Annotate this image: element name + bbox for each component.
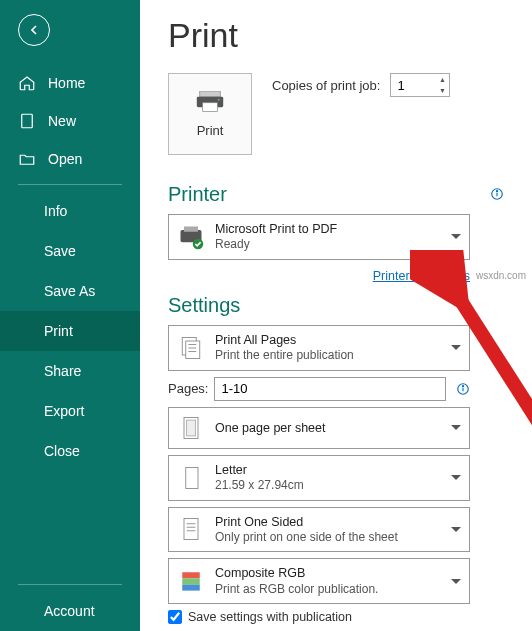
svg-rect-26 [182, 573, 200, 579]
sided-title: Print One Sided [215, 514, 435, 530]
sided-selector[interactable]: Print One Sided Only print on one side o… [168, 507, 470, 553]
rgb-color-icon [177, 567, 205, 595]
color-sub: Print as RGB color publication. [215, 582, 435, 598]
color-title: Composite RGB [215, 565, 435, 581]
open-folder-icon [18, 150, 36, 168]
paper-icon [177, 464, 205, 492]
new-icon [18, 112, 36, 130]
printer-name: Microsoft Print to PDF [215, 221, 435, 237]
svg-rect-12 [186, 341, 200, 359]
nav-export[interactable]: Export [0, 391, 140, 431]
nav-open[interactable]: Open [0, 140, 140, 178]
print-controls-row: Print Copies of print job: ▲ ▼ [168, 73, 504, 155]
printer-selector[interactable]: Microsoft Print to PDF Ready [168, 214, 470, 260]
pages-range-input[interactable] [214, 377, 446, 401]
nav-save[interactable]: Save [0, 231, 140, 271]
svg-rect-3 [203, 102, 218, 111]
svg-rect-9 [184, 226, 198, 231]
sidebar-divider [18, 184, 122, 185]
nav-info[interactable]: Info [0, 191, 140, 231]
copies-spin-down[interactable]: ▼ [435, 85, 449, 96]
save-settings-checkbox[interactable] [168, 610, 182, 624]
chevron-down-icon [451, 425, 461, 430]
per-sheet-title: One page per sheet [215, 420, 435, 436]
back-arrow-icon [26, 22, 42, 38]
main-panel: Print Print Copies of print job: ▲ ▼ Pri… [140, 0, 532, 631]
svg-rect-0 [22, 114, 33, 128]
nav-home-label: Home [48, 75, 85, 91]
sidebar-divider-bottom [18, 584, 122, 585]
backstage-sidebar: Home New Open Info Save Save As Print Sh… [0, 0, 140, 631]
svg-point-4 [218, 98, 220, 100]
single-page-icon [177, 414, 205, 442]
svg-point-7 [496, 190, 497, 191]
nav-saveas[interactable]: Save As [0, 271, 140, 311]
pages-stack-icon [177, 334, 205, 362]
nav-close[interactable]: Close [0, 431, 140, 471]
nav-home[interactable]: Home [0, 64, 140, 102]
paper-size-selector[interactable]: Letter 21.59 x 27.94cm [168, 455, 470, 501]
printer-info-icon[interactable] [490, 187, 504, 201]
nav-open-label: Open [48, 151, 82, 167]
save-settings-label: Save settings with publication [188, 610, 352, 624]
nav-account[interactable]: Account [0, 591, 140, 631]
color-selector[interactable]: Composite RGB Print as RGB color publica… [168, 558, 470, 604]
sided-sub: Only print on one side of the sheet [215, 530, 435, 546]
svg-point-18 [462, 385, 463, 386]
chevron-down-icon [451, 527, 461, 532]
chevron-down-icon [451, 345, 461, 350]
paper-sub: 21.59 x 27.94cm [215, 478, 435, 494]
printer-section-title: Printer [168, 183, 227, 206]
settings-section-title: Settings [168, 294, 504, 317]
nav-print[interactable]: Print [0, 311, 140, 351]
home-icon [18, 74, 36, 92]
svg-rect-20 [187, 420, 196, 436]
svg-rect-22 [184, 519, 198, 540]
nav-new[interactable]: New [0, 102, 140, 140]
pages-info-icon[interactable] [456, 382, 470, 396]
chevron-down-icon [451, 475, 461, 480]
nav-share[interactable]: Share [0, 351, 140, 391]
printer-properties-link[interactable]: Printer Properties [373, 269, 470, 283]
paper-title: Letter [215, 462, 435, 478]
print-pages-selector[interactable]: Print All Pages Print the entire publica… [168, 325, 470, 371]
svg-rect-21 [186, 467, 198, 488]
print-button[interactable]: Print [168, 73, 252, 155]
svg-rect-27 [182, 579, 200, 585]
chevron-down-icon [451, 579, 461, 584]
back-button[interactable] [18, 14, 50, 46]
printer-status: Ready [215, 237, 435, 253]
printer-ready-icon [177, 223, 205, 251]
copies-control: Copies of print job: ▲ ▼ [272, 73, 450, 97]
print-pages-title: Print All Pages [215, 332, 435, 348]
chevron-down-icon [451, 234, 461, 239]
copies-label: Copies of print job: [272, 78, 380, 93]
one-sided-icon [177, 515, 205, 543]
per-sheet-selector[interactable]: One page per sheet [168, 407, 470, 449]
watermark: wsxdn.com [476, 270, 526, 281]
svg-rect-28 [182, 585, 200, 591]
printer-icon [195, 91, 225, 113]
copies-spin-up[interactable]: ▲ [435, 74, 449, 85]
print-button-label: Print [197, 123, 224, 138]
nav-new-label: New [48, 113, 76, 129]
pages-range-label: Pages: [168, 381, 208, 396]
page-title: Print [168, 16, 504, 55]
svg-rect-1 [200, 91, 221, 97]
print-pages-sub: Print the entire publication [215, 348, 435, 364]
